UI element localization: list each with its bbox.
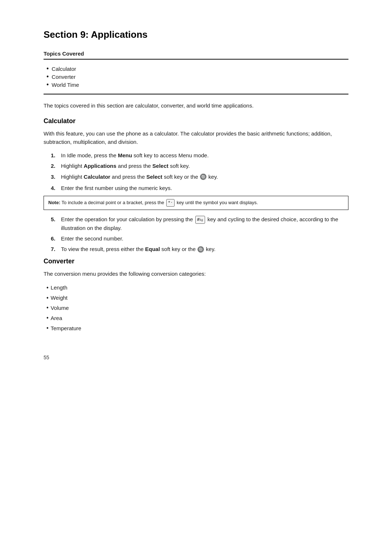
topics-list: Calculator Converter World Time [44,65,348,88]
divider-bottom [44,94,348,94]
divider-top [44,59,348,60]
calculator-heading: Calculator [44,117,348,125]
page-number: 55 [44,355,348,360]
list-item-weight: Weight [46,294,348,303]
list-item-area: Area [46,314,348,323]
calculator-description: With this feature, you can use the phone… [44,129,348,146]
converter-heading: Converter [44,258,348,265]
intro-text: The topics covered in this section are c… [44,102,348,110]
step-6: 6. Enter the second number. [51,234,348,243]
step-4: 4. Enter the first number using the nume… [51,184,348,192]
page-title: Section 9: Applications [44,29,348,40]
converter-section: Converter The conversion menu provides t… [44,258,348,332]
list-item-temperature: Temperature [46,324,348,333]
topics-covered-section: Topics Covered Calculator Converter Worl… [44,50,348,94]
converter-list: Length Weight Volume Area Temperature [46,283,348,333]
calculator-steps-list-2: 5. Enter the operation for your calculat… [51,215,348,254]
list-item: World Time [46,81,348,88]
list-item-length: Length [46,283,348,292]
step-2: 2. Highlight Applications and press the … [51,162,348,170]
step-7: 7. To view the result, press either the … [51,245,348,254]
step-1: 1. In Idle mode, press the Menu soft key… [51,151,348,159]
calculator-steps-list: 1. In Idle mode, press the Menu soft key… [51,151,348,192]
scroll-icon: 🔘 [200,173,207,182]
hash-key-icon: #㎏ [195,216,205,223]
star-key-icon: *· [166,199,175,207]
scroll-icon-2: 🔘 [197,245,204,254]
list-item: Converter [46,73,348,80]
step-5: 5. Enter the operation for your calculat… [51,215,348,232]
list-item-volume: Volume [46,303,348,312]
list-item: Calculator [46,65,348,72]
converter-description: The conversion menu provides the followi… [44,270,348,278]
step-3: 3. Highlight Calculator and press the Se… [51,173,348,182]
calculator-section: Calculator With this feature, you can us… [44,117,348,254]
topics-covered-label: Topics Covered [44,50,348,57]
note-label: Note: [48,200,60,205]
note-box: Note: To include a decimal point or a br… [44,196,348,210]
